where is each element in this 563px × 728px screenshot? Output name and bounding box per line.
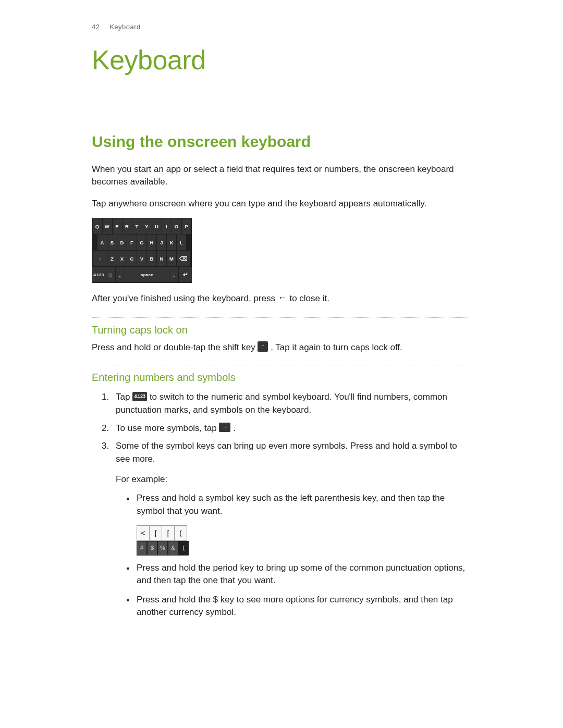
keyboard-key: A [97, 235, 107, 250]
divider [92, 365, 469, 365]
keyboard-key: ☺ [106, 267, 115, 282]
keyboard-key: K [167, 235, 176, 250]
divider [92, 317, 469, 318]
list-item: Press and hold the $ key to see more opt… [134, 594, 469, 619]
paragraph-caps-lock: Press and hold or double-tap the shift k… [92, 341, 469, 354]
keyboard-key: S [107, 235, 117, 250]
keyboard-key: . [169, 267, 178, 282]
keyboard-row-2: ASDFGHJKL [92, 235, 192, 250]
subheading-caps-lock: Turning caps lock on [92, 324, 469, 336]
keyboard-key: U [152, 218, 162, 234]
keyboard-key: E [113, 218, 122, 234]
symbol-popup-row-top: <{[( [137, 525, 189, 541]
page-title: Keyboard [92, 44, 469, 76]
list-item: Tap &123 to switch to the numeric and sy… [112, 391, 469, 416]
keyboard-key: O [172, 218, 181, 234]
symbol-row-key: % [157, 541, 168, 556]
paragraph-intro-1: When you start an app or select a field … [92, 163, 469, 188]
symbol-popup-figure: <{[( #$%&( [137, 525, 189, 556]
keyboard-key: X [117, 251, 127, 266]
paragraph-after-keyboard: After you've finished using the keyboard… [92, 292, 469, 305]
onscreen-keyboard-figure: QWERTYUIOP ASDFGHJKL ↑ZXCVBNM⌫ &123☺,spa… [92, 218, 192, 283]
list-item: Press and hold the period key to bring u… [134, 562, 469, 587]
back-arrow-icon: ← [278, 291, 287, 304]
keyboard-row-3: ↑ZXCVBNM⌫ [92, 251, 192, 266]
keyboard-key: C [127, 251, 137, 266]
symbol-popup-row-bottom: #$%&( [137, 541, 189, 556]
keyboard-key: I [162, 218, 172, 234]
list-item: To use more symbols, tap → . [112, 422, 469, 435]
keyboard-key: &123 [92, 267, 106, 282]
more-symbols-arrow-icon: → [219, 423, 230, 432]
symbol-popup-key: [ [162, 525, 175, 541]
keyboard-key: W [103, 218, 112, 234]
list-item: Press and hold a symbol key such as the … [134, 492, 469, 555]
example-label: For example: [116, 473, 469, 486]
subheading-numbers-symbols: Entering numbers and symbols [92, 372, 469, 384]
section-heading: Using the onscreen keyboard [92, 133, 469, 151]
symbol-row-key: ( [178, 541, 189, 556]
keyboard-key: ↵ [179, 267, 192, 282]
keyboard-key: M [167, 251, 176, 266]
keyboard-key: V [137, 251, 146, 266]
symbol-popup-key: { [149, 525, 162, 541]
keyboard-key: T [132, 218, 142, 234]
keyboard-key: L [177, 235, 186, 250]
symbol-popup-key: < [137, 525, 150, 541]
document-page: 42 Keyboard Keyboard Using the onscreen … [0, 0, 563, 728]
keyboard-key: H [147, 235, 156, 250]
keyboard-row-4: &123☺,space.↵ [92, 267, 192, 282]
keyboard-key: Z [107, 251, 117, 266]
keyboard-key: N [157, 251, 166, 266]
keyboard-key: R [123, 218, 132, 234]
keyboard-key: J [157, 235, 166, 250]
keyboard-key: D [117, 235, 127, 250]
bullet-list: Press and hold a symbol key such as the … [116, 492, 469, 619]
keyboard-key: ⌫ [177, 251, 190, 266]
keyboard-key: B [147, 251, 156, 266]
keyboard-key: Y [142, 218, 152, 234]
keyboard-key: G [137, 235, 146, 250]
keyboard-key: space [125, 267, 169, 282]
paragraph-intro-2: Tap anywhere onscreen where you can type… [92, 198, 469, 210]
symbol-row-key: # [137, 541, 147, 556]
keyboard-key: P [182, 218, 191, 234]
list-item: Some of the symbol keys can bring up eve… [112, 440, 469, 619]
symbol-popup-key: ( [174, 525, 187, 541]
keyboard-key: , [116, 267, 125, 282]
header-section-name: Keyboard [109, 23, 141, 31]
keyboard-key: Q [93, 218, 102, 234]
keyboard-row-1: QWERTYUIOP [92, 218, 192, 234]
running-header: 42 Keyboard [92, 23, 469, 31]
shift-key-icon: ↑ [258, 341, 268, 352]
page-number: 42 [92, 23, 107, 31]
symbol-row-key: & [168, 541, 178, 556]
numbered-list: Tap &123 to switch to the numeric and sy… [92, 391, 469, 619]
keyboard-key: F [127, 235, 137, 250]
num-key-icon: &123 [132, 392, 147, 401]
symbol-row-key: $ [147, 541, 157, 556]
keyboard-key: ↑ [93, 251, 107, 266]
